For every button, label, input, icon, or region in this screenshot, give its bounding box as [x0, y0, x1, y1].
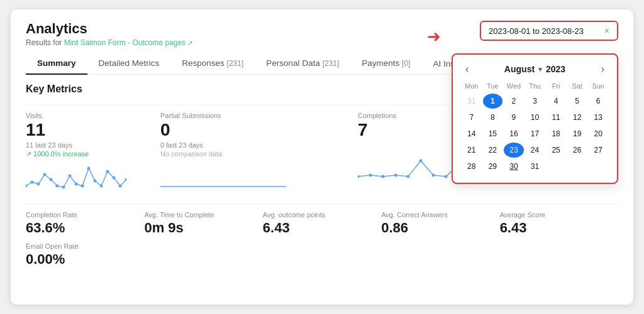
cal-day-9[interactable]: 9 — [504, 110, 524, 125]
svg-point-2 — [37, 183, 40, 186]
cal-day-12[interactable]: 12 — [567, 110, 587, 125]
cal-day-30[interactable]: 30 — [504, 159, 524, 174]
cal-day-27[interactable]: 27 — [588, 143, 608, 158]
visits-sub2: ↗ 1000.0% increase — [26, 150, 152, 158]
cal-day-21[interactable]: 21 — [462, 143, 482, 158]
svg-point-24 — [445, 175, 448, 178]
tab-detailed-metrics[interactable]: Detailed Metrics — [87, 53, 171, 75]
svg-point-22 — [419, 160, 423, 163]
svg-point-17 — [358, 175, 360, 178]
visits-label: Visits — [26, 112, 152, 119]
subtitle: Results for Mint Salmon Form - Outcome p… — [26, 38, 192, 47]
cal-day-18[interactable]: 18 — [546, 126, 566, 141]
cal-day-22[interactable]: 22 — [483, 143, 503, 158]
cal-day-16[interactable]: 16 — [504, 126, 524, 141]
cal-dow-sat: Sat — [567, 81, 587, 92]
metric-avg-outcome-points: Avg. outcome points 6.43 — [263, 211, 381, 236]
svg-point-9 — [81, 185, 84, 188]
cal-day-5[interactable]: 5 — [567, 94, 587, 109]
external-link-icon: ↗ — [187, 40, 192, 46]
metrics-row-3: Email Open Rate 0.00% — [26, 242, 618, 268]
tab-payments[interactable]: Payments [0] — [350, 53, 421, 75]
cal-day-31[interactable]: 31 — [462, 94, 482, 109]
avg-outcome-points-label: Avg. outcome points — [263, 211, 375, 219]
cal-day-11[interactable]: 11 — [546, 110, 566, 125]
svg-point-21 — [407, 175, 410, 178]
metric-average-score: Average Score 6.43 — [500, 211, 618, 236]
cal-day-29[interactable]: 29 — [483, 159, 503, 174]
cal-prev-button[interactable]: ‹ — [462, 62, 472, 76]
svg-point-3 — [43, 173, 47, 176]
metric-visits: Visits 11 11 last 23 days ↗ 1000.0% incr… — [26, 112, 160, 195]
cal-day-19[interactable]: 19 — [567, 126, 587, 141]
cal-day-10[interactable]: 10 — [525, 110, 545, 125]
cal-dow-thu: Thu — [525, 81, 545, 92]
cal-month-dropdown-icon[interactable]: ▼ — [537, 66, 543, 73]
svg-point-11 — [94, 180, 97, 183]
cal-day-20[interactable]: 20 — [588, 126, 608, 141]
metric-email-open-rate: Email Open Rate 0.00% — [26, 242, 618, 268]
partial-submissions-label: Partial Submissions — [160, 112, 349, 119]
tab-personal-data[interactable]: Personal Data [231] — [255, 53, 350, 75]
svg-point-13 — [106, 170, 109, 173]
svg-point-7 — [69, 175, 72, 178]
svg-point-5 — [56, 185, 59, 188]
visits-sub1: 11 last 23 days — [26, 141, 152, 149]
tab-responses[interactable]: Responses [231] — [170, 53, 255, 75]
date-range-wrapper: ➜ 2023-08-01 to 2023-08-23 × ‹ August ▼ … — [480, 21, 618, 41]
completion-rate-value: 63.6% — [26, 220, 138, 236]
cal-month-label: August — [504, 64, 535, 74]
tab-summary[interactable]: Summary — [26, 53, 87, 75]
cal-day-17[interactable]: 17 — [525, 126, 545, 141]
average-score-label: Average Score — [500, 211, 612, 219]
cal-day-15[interactable]: 15 — [483, 126, 503, 141]
completion-rate-label: Completion Rate — [26, 211, 138, 219]
metric-avg-correct-answers: Avg. Correct Answers 0.86 — [381, 211, 499, 236]
avg-time-value: 0m 9s — [144, 220, 256, 236]
payments-badge: [0] — [402, 59, 410, 68]
cal-dow-wed: Wed — [504, 81, 524, 92]
cal-day-3[interactable]: 3 — [525, 94, 545, 109]
cal-day-24[interactable]: 24 — [525, 143, 545, 158]
svg-point-12 — [100, 185, 103, 188]
cal-day-14[interactable]: 14 — [462, 126, 482, 141]
cal-day-13[interactable]: 13 — [588, 110, 608, 125]
cal-day-7[interactable]: 7 — [462, 110, 482, 125]
date-range-text: 2023-08-01 to 2023-08-23 — [489, 26, 599, 36]
subtitle-link[interactable]: Mint Salmon Form - Outcome pages — [64, 38, 186, 47]
cal-year-label: 2023 — [546, 64, 565, 74]
title-block: Analytics Results for Mint Salmon Form -… — [26, 21, 192, 47]
calendar-dropdown: ‹ August ▼ 2023 › MonTueWedThuFriSatSun3… — [452, 53, 618, 184]
email-open-rate-value: 0.00% — [26, 251, 612, 268]
email-open-rate-label: Email Open Rate — [26, 242, 612, 250]
avg-outcome-points-value: 6.43 — [263, 220, 375, 236]
partial-submissions-value: 0 — [160, 121, 349, 140]
personal-data-badge: [231] — [323, 59, 340, 68]
cal-dow-tue: Tue — [483, 81, 503, 92]
svg-point-14 — [113, 176, 116, 180]
cal-day-1[interactable]: 1 — [483, 94, 503, 109]
cal-day-4[interactable]: 4 — [546, 94, 566, 109]
cal-day-31[interactable]: 31 — [525, 159, 545, 174]
svg-point-10 — [87, 167, 91, 170]
cal-next-button[interactable]: › — [597, 62, 608, 76]
cal-day-25[interactable]: 25 — [546, 143, 566, 158]
metric-avg-time: Avg. Time to Complete 0m 9s — [144, 211, 262, 236]
cal-day-2[interactable]: 2 — [504, 94, 524, 109]
cal-day-8[interactable]: 8 — [483, 110, 503, 125]
cal-grid: MonTueWedThuFriSatSun3112345678910111213… — [462, 81, 608, 174]
close-icon[interactable]: × — [604, 26, 609, 36]
cal-day-28[interactable]: 28 — [462, 159, 482, 174]
partial-sub1: 0 last 23 days — [160, 141, 349, 149]
date-range-input[interactable]: 2023-08-01 to 2023-08-23 × — [480, 21, 618, 41]
cal-day-23[interactable]: 23 — [504, 143, 524, 158]
main-card: Analytics Results for Mint Salmon Form -… — [11, 9, 633, 305]
partial-sparkline — [160, 161, 349, 192]
responses-badge: [231] — [227, 59, 244, 68]
svg-point-18 — [369, 174, 372, 177]
svg-point-8 — [75, 183, 78, 186]
cal-day-6[interactable]: 6 — [588, 94, 608, 109]
cal-day-26[interactable]: 26 — [567, 143, 587, 158]
svg-point-23 — [432, 174, 435, 177]
header-row: Analytics Results for Mint Salmon Form -… — [26, 21, 618, 47]
